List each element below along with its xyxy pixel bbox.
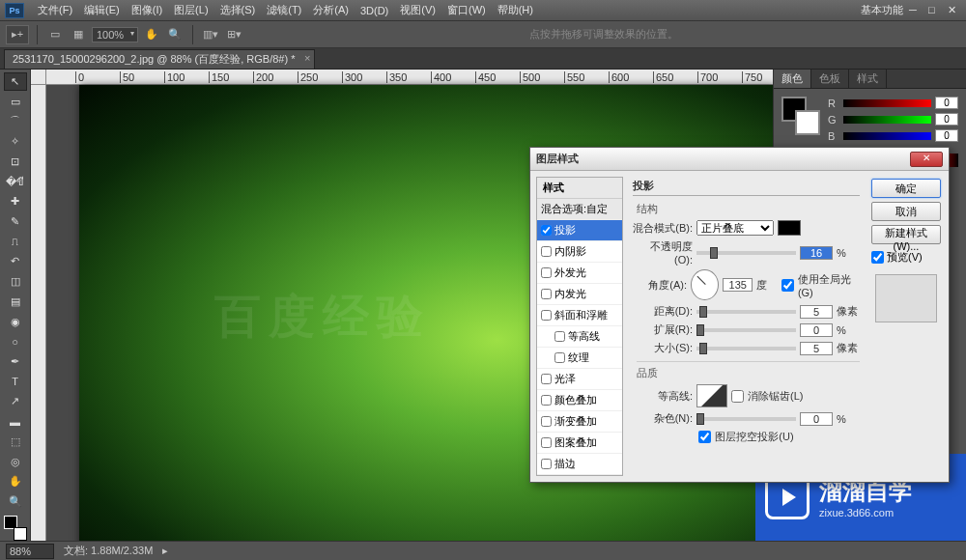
move-tool-icon[interactable]: ▸+ xyxy=(6,25,29,44)
menu-edit[interactable]: 编辑(E) xyxy=(78,3,126,17)
move-tool[interactable]: ↖ xyxy=(4,72,27,91)
style-inner-shadow[interactable]: 内阴影 xyxy=(537,241,622,263)
style-stroke[interactable]: 描边 xyxy=(537,454,622,475)
zoom-select[interactable]: 100% xyxy=(92,27,138,42)
style-outer-glow[interactable]: 外发光 xyxy=(537,263,622,284)
tab-color[interactable]: 颜色 xyxy=(774,70,811,88)
style-contour[interactable]: 等高线 xyxy=(537,326,622,348)
menu-view[interactable]: 视图(V) xyxy=(394,3,441,17)
style-satin[interactable]: 光泽 xyxy=(537,369,622,390)
shadow-color-swatch[interactable] xyxy=(778,220,801,236)
fg-bg-swatch[interactable] xyxy=(4,516,27,541)
style-color-overlay[interactable]: 颜色叠加 xyxy=(537,390,622,411)
maximize-icon[interactable]: □ xyxy=(928,4,942,17)
dialog-titlebar[interactable]: 图层样式 ✕ xyxy=(530,148,949,171)
tab-close-icon[interactable]: × xyxy=(304,52,310,64)
close-icon[interactable]: ✕ xyxy=(948,4,961,17)
minimize-icon[interactable]: ─ xyxy=(909,4,923,17)
style-texture[interactable]: 纹理 xyxy=(537,348,622,369)
shape-tool[interactable]: ▬ xyxy=(4,412,27,431)
r-slider[interactable] xyxy=(843,99,931,107)
path-tool[interactable]: ↗ xyxy=(4,393,27,411)
spread-slider[interactable] xyxy=(696,328,796,332)
angle-input[interactable]: 135 xyxy=(723,278,753,292)
stamp-tool[interactable]: ⎍ xyxy=(4,233,27,251)
menu-help[interactable]: 帮助(H) xyxy=(492,3,539,17)
tab-styles[interactable]: 样式 xyxy=(849,70,887,88)
style-drop-shadow[interactable]: 投影 xyxy=(537,220,622,241)
distance-slider[interactable] xyxy=(696,310,796,314)
hand-tool[interactable]: ✋ xyxy=(4,473,27,491)
eyedropper-tool[interactable]: �ขี xyxy=(4,173,27,191)
new-style-button[interactable]: 新建样式(W)... xyxy=(871,225,941,244)
color-swatch[interactable] xyxy=(781,97,820,135)
brush-tool[interactable]: ✎ xyxy=(4,212,27,231)
size-slider[interactable] xyxy=(696,347,796,350)
workspace-label[interactable]: 基本功能 xyxy=(861,3,903,17)
knockout-checkbox[interactable] xyxy=(698,431,711,443)
pen-tool[interactable]: ✒ xyxy=(4,352,27,371)
zoom-tool[interactable]: 🔍 xyxy=(4,492,27,511)
b-value[interactable]: 0 xyxy=(935,129,958,142)
menu-filter[interactable]: 滤镜(T) xyxy=(261,3,307,17)
status-bar: 88% 文档: 1.88M/2.33M ▸ xyxy=(0,541,966,560)
ruler-horizontal[interactable]: 0 50 100 150 200 250 300 350 400 450 500… xyxy=(46,70,773,85)
wand-tool[interactable]: ✧ xyxy=(4,132,27,151)
b-slider[interactable] xyxy=(843,132,931,140)
arrange-icon[interactable]: ⊞▾ xyxy=(224,25,243,44)
g-slider[interactable] xyxy=(843,116,931,124)
ok-button[interactable]: 确定 xyxy=(871,179,941,198)
eraser-tool[interactable]: ◫ xyxy=(4,272,27,291)
angle-dial[interactable] xyxy=(691,269,719,300)
contour-picker[interactable] xyxy=(696,384,727,407)
blend-options-row[interactable]: 混合选项:自定 xyxy=(537,199,622,220)
hand-icon[interactable]: ✋ xyxy=(142,25,161,44)
history-brush-tool[interactable]: ↶ xyxy=(4,253,27,271)
doc-layout-icon[interactable]: ▭ xyxy=(45,25,65,44)
dodge-tool[interactable]: ○ xyxy=(4,332,27,350)
cancel-button[interactable]: 取消 xyxy=(871,202,941,221)
antialias-checkbox[interactable] xyxy=(731,390,744,403)
g-value[interactable]: 0 xyxy=(935,113,958,126)
menu-analysis[interactable]: 分析(A) xyxy=(307,3,355,17)
menu-window[interactable]: 窗口(W) xyxy=(441,3,492,17)
style-pattern-overlay[interactable]: 图案叠加 xyxy=(537,433,622,454)
noise-input[interactable]: 0 xyxy=(800,412,833,426)
global-light-checkbox[interactable] xyxy=(781,279,794,292)
r-value[interactable]: 0 xyxy=(935,97,958,109)
zoom-icon[interactable]: 🔍 xyxy=(165,25,185,44)
style-bevel[interactable]: 斜面和浮雕 xyxy=(537,305,622,326)
noise-slider[interactable] xyxy=(696,417,796,421)
preview-checkbox[interactable] xyxy=(871,251,884,264)
style-gradient-overlay[interactable]: 渐变叠加 xyxy=(537,411,622,433)
dialog-close-button[interactable]: ✕ xyxy=(910,152,943,167)
crop-tool[interactable]: ⊡ xyxy=(4,153,27,171)
view-extras-icon[interactable]: ▥▾ xyxy=(201,25,220,44)
type-tool[interactable]: T xyxy=(4,373,27,391)
opacity-slider[interactable] xyxy=(696,251,796,255)
heal-tool[interactable]: ✚ xyxy=(4,192,27,210)
menu-3d[interactable]: 3D(D) xyxy=(355,5,394,16)
size-input[interactable]: 5 xyxy=(800,342,833,355)
zoom-field[interactable]: 88% xyxy=(6,544,54,559)
lasso-tool[interactable]: ⌒ xyxy=(4,113,27,131)
blend-mode-select[interactable]: 正片叠底 xyxy=(696,220,774,236)
menu-image[interactable]: 图像(I) xyxy=(126,3,168,17)
marquee-tool[interactable]: ▭ xyxy=(4,93,27,111)
gradient-tool[interactable]: ▤ xyxy=(4,293,27,311)
tab-swatches[interactable]: 色板 xyxy=(811,70,849,88)
screen-mode-icon[interactable]: ▦ xyxy=(69,25,88,44)
opacity-input[interactable]: 16 xyxy=(800,246,833,260)
menu-file[interactable]: 文件(F) xyxy=(32,3,78,17)
blur-tool[interactable]: ◉ xyxy=(4,313,27,331)
3d-tool[interactable]: ⬚ xyxy=(4,433,27,451)
document-tab[interactable]: 2531170_15000296200_2.jpg @ 88% (百度经验, R… xyxy=(4,49,315,69)
menu-layer[interactable]: 图层(L) xyxy=(168,3,213,17)
3d-camera-tool[interactable]: ◎ xyxy=(4,453,27,471)
ruler-vertical[interactable] xyxy=(31,85,46,541)
spread-input[interactable]: 0 xyxy=(800,323,833,337)
style-inner-glow[interactable]: 内发光 xyxy=(537,284,622,305)
doc-info-chevron-icon[interactable]: ▸ xyxy=(162,545,168,557)
menu-select[interactable]: 选择(S) xyxy=(214,3,262,17)
distance-input[interactable]: 5 xyxy=(800,305,833,319)
